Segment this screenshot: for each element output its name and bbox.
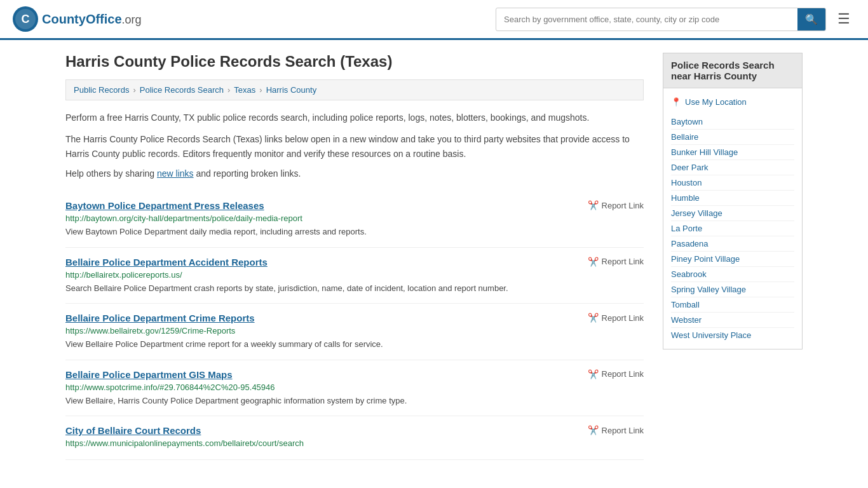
scissors-icon-0: ✂️ — [588, 200, 599, 210]
use-my-location-button[interactable]: 📍 Use My Location — [671, 95, 747, 109]
result-title-4[interactable]: City of Bellaire Court Records — [65, 425, 201, 436]
breadcrumb-texas[interactable]: Texas — [234, 85, 255, 95]
result-item: Bellaire Police Department Crime Reports… — [65, 304, 644, 360]
sidebar-link-piney-point-village[interactable]: Piney Point Village — [671, 252, 794, 267]
sidebar-link-seabrook[interactable]: Seabrook — [671, 267, 794, 282]
sidebar-link-jersey-village[interactable]: Jersey Village — [671, 206, 794, 221]
report-link-button-0[interactable]: ✂️ Report Link — [588, 200, 644, 210]
scissors-icon-4: ✂️ — [588, 425, 599, 435]
result-desc-2: View Bellaire Police Department crime re… — [65, 338, 644, 351]
header-controls: 🔍 ☰ — [496, 8, 855, 31]
result-title-0[interactable]: Baytown Police Department Press Releases — [65, 200, 264, 211]
breadcrumb-harris-county[interactable]: Harris County — [266, 85, 316, 95]
sidebar-content: 📍 Use My Location BaytownBellaireBunker … — [663, 88, 803, 349]
result-url-1[interactable]: http://bellairetx.policereports.us/ — [65, 270, 644, 280]
sidebar-link-humble[interactable]: Humble — [671, 191, 794, 206]
sidebar-link-west-university-place[interactable]: West University Place — [671, 328, 794, 342]
result-url-3[interactable]: http://www.spotcrime.info/#29.706844%2C%… — [65, 383, 644, 392]
scissors-icon-3: ✂️ — [588, 369, 599, 379]
sidebar-link-spring-valley-village[interactable]: Spring Valley Village — [671, 282, 794, 297]
sidebar-link-deer-park[interactable]: Deer Park — [671, 160, 794, 175]
results-list: Baytown Police Department Press Releases… — [65, 191, 644, 460]
description-2: The Harris County Police Records Search … — [65, 132, 644, 161]
logo-icon: C — [13, 6, 38, 32]
result-item: City of Bellaire Court Records ✂️ Report… — [65, 416, 644, 460]
site-header: C CountyOffice.org 🔍 ☰ — [0, 0, 868, 40]
report-link-button-2[interactable]: ✂️ Report Link — [588, 313, 644, 323]
scissors-icon-2: ✂️ — [588, 313, 599, 323]
hamburger-menu-button[interactable]: ☰ — [832, 8, 855, 30]
sidebar-link-webster[interactable]: Webster — [671, 313, 794, 328]
sidebar-link-pasadena[interactable]: Pasadena — [671, 236, 794, 252]
result-url-4[interactable]: https://www.municipalonlinepayments.com/… — [65, 438, 644, 448]
sidebar-link-la-porte[interactable]: La Porte — [671, 221, 794, 236]
result-title-2[interactable]: Bellaire Police Department Crime Reports — [65, 313, 255, 323]
report-link-button-4[interactable]: ✂️ Report Link — [588, 425, 644, 435]
result-item: Bellaire Police Department Accident Repo… — [65, 248, 644, 304]
breadcrumb-police-records[interactable]: Police Records Search — [140, 85, 224, 95]
main-container: Harris County Police Records Search (Tex… — [53, 40, 815, 473]
search-button[interactable]: 🔍 — [797, 8, 825, 30]
report-link-button-3[interactable]: ✂️ Report Link — [588, 369, 644, 379]
sidebar-title: Police Records Search near Harris County — [663, 53, 803, 88]
description-1: Perform a free Harris County, TX public … — [65, 111, 644, 125]
logo-area: C CountyOffice.org — [13, 6, 142, 32]
sidebar-link-houston[interactable]: Houston — [671, 175, 794, 191]
result-item: Baytown Police Department Press Releases… — [65, 191, 644, 248]
svg-text:C: C — [22, 13, 30, 25]
location-pin-icon: 📍 — [671, 97, 681, 107]
description-3: Help others by sharing new links and rep… — [65, 168, 644, 179]
result-url-2[interactable]: https://www.bellairetx.gov/1259/Crime-Re… — [65, 326, 644, 336]
search-bar: 🔍 — [496, 8, 826, 31]
content-area: Harris County Police Records Search (Tex… — [65, 53, 644, 460]
result-item: Bellaire Police Department GIS Maps ✂️ R… — [65, 360, 644, 417]
result-title-3[interactable]: Bellaire Police Department GIS Maps — [65, 369, 233, 380]
search-input[interactable] — [496, 10, 797, 29]
breadcrumb: Public Records › Police Records Search ›… — [65, 79, 644, 100]
sidebar-link-bunker-hill-village[interactable]: Bunker Hill Village — [671, 145, 794, 160]
breadcrumb-public-records[interactable]: Public Records — [74, 85, 129, 95]
logo-text: CountyOffice.org — [42, 12, 142, 27]
sidebar: Police Records Search near Harris County… — [663, 53, 803, 460]
sidebar-link-tomball[interactable]: Tomball — [671, 297, 794, 313]
page-title: Harris County Police Records Search (Tex… — [65, 53, 644, 71]
sidebar-links-list: BaytownBellaireBunker Hill VillageDeer P… — [671, 114, 794, 342]
result-desc-3: View Bellaire, Harris County Police Depa… — [65, 395, 644, 407]
result-title-1[interactable]: Bellaire Police Department Accident Repo… — [65, 257, 268, 268]
sidebar-link-baytown[interactable]: Baytown — [671, 114, 794, 130]
result-desc-0: View Baytown Police Department daily med… — [65, 226, 644, 238]
report-link-button-1[interactable]: ✂️ Report Link — [588, 257, 644, 267]
scissors-icon-1: ✂️ — [588, 257, 599, 267]
sidebar-link-bellaire[interactable]: Bellaire — [671, 130, 794, 145]
new-links-link[interactable]: new links — [157, 168, 194, 179]
result-desc-1: Search Bellaire Police Department crash … — [65, 282, 644, 295]
result-url-0[interactable]: http://baytown.org/city-hall/departments… — [65, 214, 644, 223]
